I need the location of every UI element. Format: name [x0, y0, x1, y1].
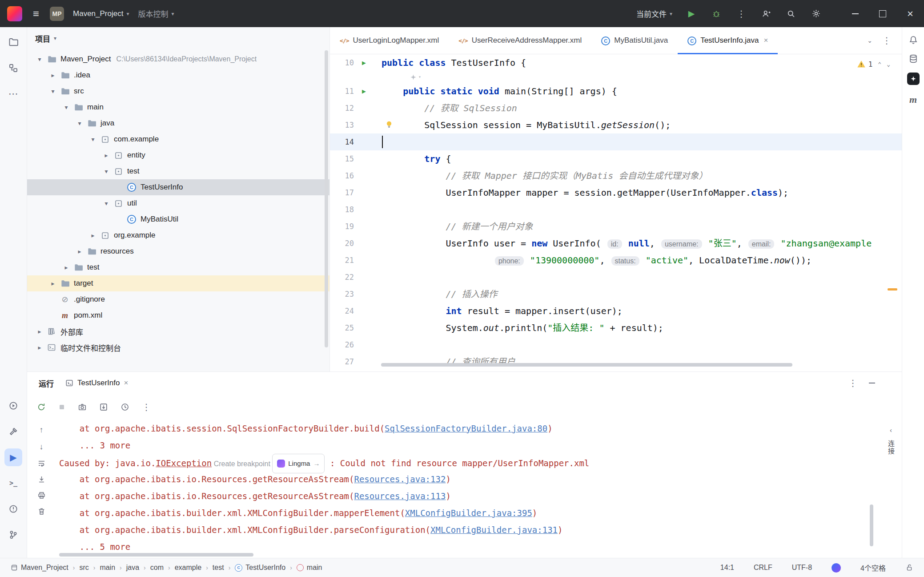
vcs-menu[interactable]: 版本控制 ▾	[138, 8, 174, 19]
more-actions-button[interactable]: ⋮	[735, 8, 747, 20]
close-icon[interactable]: ×	[124, 379, 128, 387]
tree-item-util[interactable]: ▾util	[27, 195, 329, 211]
problems-icon[interactable]	[4, 500, 22, 518]
tree-item-target[interactable]: ▸target	[27, 275, 329, 291]
console-output[interactable]: at org.apache.ibatis.session.SqlSessionF…	[59, 420, 853, 558]
stacktrace-link[interactable]: XMLConfigBuilder.java:131	[430, 525, 558, 535]
tree-item-外部库[interactable]: ▸外部库	[27, 323, 329, 339]
project-panel-header[interactable]: 项目 ▾	[27, 27, 329, 49]
lock-icon[interactable]	[905, 564, 913, 572]
chevron-down-icon[interactable]: ▾	[60, 104, 72, 111]
run-line-icon[interactable]: ▶	[358, 83, 382, 100]
plugin-status-icon[interactable]	[832, 563, 841, 573]
git-branch-icon[interactable]	[4, 526, 22, 544]
line-number[interactable]: 22	[330, 269, 358, 286]
line-number[interactable]: 10	[330, 54, 358, 71]
tree-item-org.example[interactable]: ▸org.example	[27, 227, 329, 243]
terminal-icon[interactable]: >_	[4, 474, 22, 492]
structure-icon[interactable]	[4, 59, 22, 77]
maven-tool-icon[interactable]: m	[909, 94, 917, 105]
soft-wrap-icon[interactable]	[37, 459, 46, 468]
project-tool-icon[interactable]	[4, 33, 22, 51]
down-stack-icon[interactable]: ↓	[40, 442, 44, 452]
notifications-bell-icon[interactable]	[908, 35, 918, 45]
chevron-right-icon[interactable]: ▸	[87, 232, 99, 239]
maximize-button[interactable]	[869, 0, 896, 27]
chevron-down-icon[interactable]: ▾	[47, 88, 59, 95]
chevron-right-icon[interactable]: ▸	[33, 344, 46, 351]
database-icon[interactable]	[908, 54, 918, 64]
line-number[interactable]: 15	[330, 150, 358, 167]
breadcrumb-item-example[interactable]: example	[175, 564, 201, 572]
tree-item-test[interactable]: ▾test	[27, 163, 329, 179]
add-user-button[interactable]	[760, 8, 772, 20]
prev-problem-icon[interactable]: ⌃	[878, 61, 881, 68]
tree-item-TestUserInfo[interactable]: CTestUserInfo	[27, 179, 329, 195]
breadcrumb-item-TestUserInfo[interactable]: CTestUserInfo	[235, 564, 285, 572]
line-number[interactable]: 20	[330, 235, 358, 252]
breadcrumb-item-main[interactable]: main	[297, 564, 322, 572]
stacktrace-link[interactable]: Resources.java:132	[354, 474, 446, 484]
line-number[interactable]: 11	[330, 83, 358, 100]
indent-setting[interactable]: 4个空格	[860, 562, 886, 573]
clear-icon[interactable]	[37, 507, 46, 516]
close-tab-icon[interactable]: ×	[764, 36, 768, 45]
stop-icon[interactable]	[58, 403, 65, 411]
warning-icon[interactable]	[857, 60, 866, 69]
chevron-right-icon[interactable]: ▸	[60, 264, 72, 271]
settings-button[interactable]	[810, 8, 822, 20]
more-tools-icon[interactable]: ⋯	[4, 85, 22, 103]
scroll-end-icon[interactable]	[37, 475, 46, 484]
chevron-right-icon[interactable]: ▸	[47, 72, 59, 79]
run-tool-icon[interactable]: ▶	[4, 448, 22, 466]
tree-item-临时文件和控制台[interactable]: ▸临时文件和控制台	[27, 339, 329, 355]
line-number[interactable]: 24	[330, 303, 358, 319]
stacktrace-link[interactable]: SqlSessionFactoryBuilder.java:80	[385, 424, 547, 433]
run-button[interactable]: ▶	[686, 8, 697, 20]
tab-UserLoginLogMapper.xml[interactable]: </>UserLoginLogMapper.xml	[330, 27, 449, 54]
breadcrumb-item-com[interactable]: com	[150, 564, 164, 572]
breadcrumb-item-src[interactable]: src	[79, 564, 88, 572]
tree-item-pom.xml[interactable]: mpom.xml	[27, 307, 329, 323]
warning-count[interactable]: 1	[868, 60, 873, 69]
tree-item-test[interactable]: ▸test	[27, 259, 329, 275]
breadcrumb-item-test[interactable]: test	[213, 564, 224, 572]
file-encoding[interactable]: UTF-8	[792, 564, 812, 572]
code-vision-icon[interactable]: ▾	[410, 71, 421, 83]
lightbulb-icon[interactable]	[385, 120, 393, 129]
chevron-down-icon[interactable]: ▾	[87, 136, 99, 143]
tree-item-com.example[interactable]: ▾com.example	[27, 131, 329, 147]
project-avatar[interactable]: MP	[50, 7, 64, 21]
tree-item-resources[interactable]: ▸resources	[27, 243, 329, 259]
line-separator[interactable]: CRLF	[754, 564, 772, 572]
console-hscrollbar[interactable]	[59, 553, 253, 557]
stacktrace-link[interactable]: IOException	[156, 458, 212, 468]
line-number[interactable]: 13	[330, 117, 358, 133]
caret-position[interactable]: 14:1	[720, 564, 734, 572]
next-problem-icon[interactable]: ⌄	[887, 61, 890, 68]
tab-UserReceiveAddressMapper.xml[interactable]: </>UserReceiveAddressMapper.xml	[449, 27, 591, 54]
breadcrumb-item-Maven_Project[interactable]: Maven_Project	[11, 564, 68, 572]
build-icon[interactable]	[4, 423, 22, 440]
chevron-down-icon[interactable]: ▾	[100, 200, 112, 207]
editor[interactable]: 10▶public class TestUserInfo {▾11▶ publi…	[330, 54, 902, 371]
profile-icon[interactable]	[121, 403, 129, 412]
tree-item-java[interactable]: ▾java	[27, 115, 329, 131]
run-line-icon[interactable]: ▶	[358, 54, 382, 71]
console-vscrollbar[interactable]	[870, 504, 873, 546]
tree-item-entity[interactable]: ▸entity	[27, 147, 329, 163]
chevron-right-icon[interactable]: ▸	[47, 280, 59, 287]
chevron-right-icon[interactable]: ▸	[100, 152, 112, 159]
tree-item-.gitignore[interactable]: ⊘.gitignore	[27, 291, 329, 307]
up-stack-icon[interactable]: ↑	[40, 425, 44, 435]
chevron-down-icon[interactable]: ▾	[33, 56, 46, 63]
project-menu[interactable]: Maven_Project ▾	[73, 9, 129, 18]
line-number[interactable]: 16	[330, 167, 358, 184]
camera-icon[interactable]	[78, 403, 87, 412]
more-vertical-icon[interactable]: ⋮	[142, 402, 151, 412]
more-vertical-icon[interactable]: ⋮	[882, 35, 891, 46]
chevron-right-icon[interactable]: ▸	[33, 328, 46, 335]
breadcrumb-item-java[interactable]: java	[126, 564, 139, 572]
main-menu-icon[interactable]: ≡	[31, 8, 41, 20]
error-stripe-mark[interactable]	[888, 288, 897, 291]
